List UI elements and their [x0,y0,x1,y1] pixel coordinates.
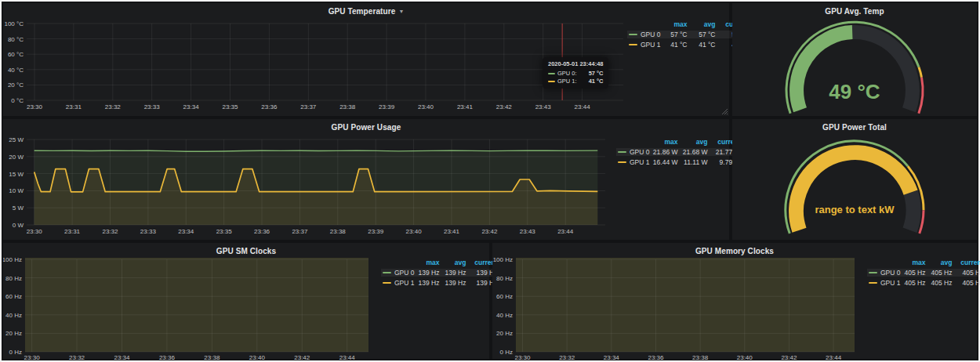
svg-text:23:38: 23:38 [330,228,347,235]
legend-series-gpu0[interactable]: GPU 0 [381,269,415,277]
panel-header: GPU Temperature ▼ [3,3,729,19]
panel-gpu-avg-temp: GPU Avg. Temp 49 °C [732,3,977,116]
svg-text:25 W: 25 W [9,136,24,143]
svg-text:23:41: 23:41 [457,103,474,110]
panel-gpu-temperature: GPU Temperature ▼ 0 °C20 °C40 °C60 °C80 … [3,3,729,116]
svg-text:23:32: 23:32 [105,103,122,110]
legend-series-gpu0[interactable]: GPU 0 [616,148,650,156]
svg-text:20 °C: 20 °C [8,81,24,89]
svg-text:23:44: 23:44 [826,354,842,361]
svg-text:23:32: 23:32 [559,354,575,361]
panel-title-gpu-avg-temp[interactable]: GPU Avg. Temp [825,7,884,16]
panel-title-gpu-memory-clocks[interactable]: GPU Memory Clocks [695,247,774,255]
legend-series-gpu1[interactable]: GPU 1 [627,41,661,49]
svg-text:60 Hz: 60 Hz [496,293,513,300]
gauge-value-avg-temp: 49 °C [732,80,977,104]
legend-value-avg: 139 Hz [441,279,468,287]
series-color-dash [629,44,637,45]
svg-text:0 °C: 0 °C [11,97,24,104]
series-color-dash [383,282,391,284]
legend-gpu-power-usage: max avg current GPU 0 21.86 W 21.68 W 21… [616,136,726,167]
svg-text:23:34: 23:34 [604,354,620,361]
legend-header-avg[interactable]: avg [927,259,954,266]
legend-header-max[interactable]: max [650,138,680,146]
svg-text:23:36: 23:36 [648,354,664,361]
legend-header-current[interactable]: current [954,259,980,266]
panel-title-gpu-temperature[interactable]: GPU Temperature [328,7,396,16]
svg-text:23:33: 23:33 [140,228,157,235]
legend-header-avg[interactable]: avg [680,138,710,146]
legend-series-gpu0[interactable]: GPU 0 [627,31,661,38]
svg-text:23:44: 23:44 [557,228,574,235]
svg-text:23:35: 23:35 [216,228,233,235]
legend-value-max: 41 °C [661,41,689,49]
legend-header-max[interactable]: max [661,20,689,28]
series-color-dash [618,151,626,153]
legend-series-gpu1[interactable]: GPU 1 [381,279,415,287]
series-color-dash [869,282,877,284]
legend-header-max[interactable]: max [901,259,927,266]
tooltip-row-gpu0: GPU 0: 57 °C [548,70,603,77]
svg-text:60 Hz: 60 Hz [5,293,22,300]
svg-text:23:43: 23:43 [520,228,536,235]
legend-value-max: 21.86 W [650,148,680,156]
svg-text:23:42: 23:42 [781,354,797,361]
series-color-dash [548,81,555,82]
svg-text:23:40: 23:40 [406,228,423,235]
svg-text:23:44: 23:44 [575,103,591,110]
svg-text:80 Hz: 80 Hz [5,275,22,282]
svg-text:23:36: 23:36 [254,228,270,235]
svg-text:23:43: 23:43 [535,103,552,110]
svg-text:23:36: 23:36 [159,354,176,361]
panel-gpu-memory-clocks: GPU Memory Clocks 0 Hz20 Hz40 Hz60 Hz80 … [492,243,977,359]
gauge-value-power-total: range to text kW [732,204,977,215]
legend-value-max: 57 °C [661,31,689,38]
panel-header: GPU SM Clocks [3,243,489,256]
panel-gpu-power-usage: GPU Power Usage 0 W5 W10 W15 W20 W25 W23… [3,119,729,240]
svg-text:23:30: 23:30 [27,103,43,110]
legend-series-gpu1[interactable]: GPU 1 [867,279,901,287]
svg-text:100 Hz: 100 Hz [493,256,513,263]
svg-text:23:39: 23:39 [368,228,384,235]
panel-title-gpu-power-total[interactable]: GPU Power Total [822,123,887,132]
svg-text:0 W: 0 W [13,222,24,229]
svg-text:100 Hz: 100 Hz [3,256,22,263]
svg-text:23:37: 23:37 [300,103,317,110]
svg-text:0 Hz: 0 Hz [500,349,513,356]
legend-series-gpu1[interactable]: GPU 1 [616,158,650,166]
svg-text:23:41: 23:41 [444,228,460,235]
gauge-gpu-power-total [732,135,977,240]
legend-gpu-sm-clocks: max avg current GPU 0 139 Hz 139 Hz 139 … [381,257,485,288]
panel-gpu-sm-clocks: GPU SM Clocks 0 Hz20 Hz40 Hz60 Hz80 Hz10… [3,243,489,359]
legend-value-avg: 57 °C [689,31,717,38]
svg-text:23:39: 23:39 [379,103,395,110]
chart-gpu-temperature[interactable]: 0 °C20 °C40 °C60 °C80 °C100 °C23:3023:31… [3,19,729,116]
panel-header: GPU Memory Clocks [492,243,977,256]
svg-text:10 W: 10 W [9,187,24,194]
legend-header-avg[interactable]: avg [441,259,468,266]
series-color-dash [629,34,637,35]
series-color-dash [383,272,391,273]
svg-text:23:40: 23:40 [418,103,434,110]
svg-text:20 Hz: 20 Hz [5,330,22,337]
svg-text:23:33: 23:33 [144,103,161,110]
panel-resize-handle[interactable] [721,108,728,114]
dashboard: GPU Temperature ▼ 0 °C20 °C40 °C60 °C80 … [0,0,980,362]
svg-text:23:31: 23:31 [66,103,82,110]
svg-text:23:34: 23:34 [178,228,194,235]
chevron-down-icon[interactable]: ▼ [398,9,404,14]
svg-text:23:36: 23:36 [261,103,278,110]
panel-title-gpu-power-usage[interactable]: GPU Power Usage [332,123,401,132]
series-color-dash [548,73,555,74]
svg-text:60 °C: 60 °C [8,51,24,58]
svg-text:100 °C: 100 °C [4,20,24,27]
svg-text:23:37: 23:37 [292,228,308,235]
legend-value-max: 405 Hz [901,279,927,287]
legend-value-max: 139 Hz [415,279,441,287]
legend-series-gpu0[interactable]: GPU 0 [867,269,901,277]
svg-text:23:42: 23:42 [294,354,310,361]
svg-text:40 °C: 40 °C [8,67,24,74]
panel-title-gpu-sm-clocks[interactable]: GPU SM Clocks [216,247,276,255]
legend-header-max[interactable]: max [415,259,441,266]
legend-header-avg[interactable]: avg [689,20,717,28]
